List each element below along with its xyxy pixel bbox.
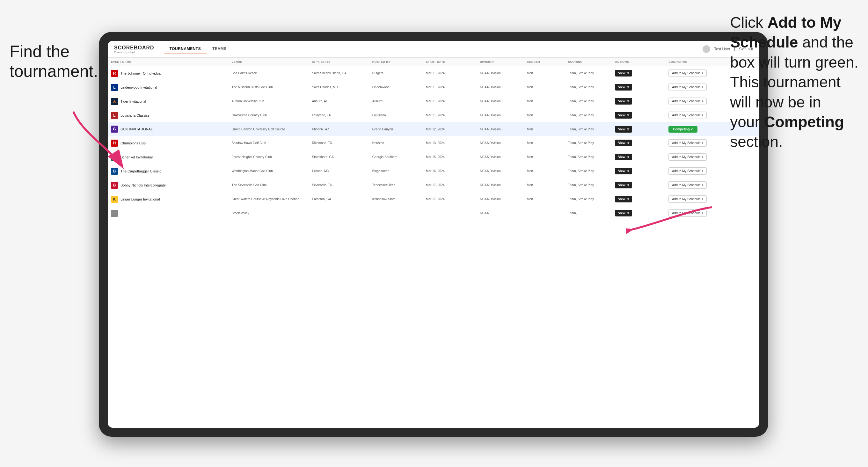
hosted-cell: Lindenwood	[369, 80, 423, 94]
gender-cell: Men	[524, 150, 565, 164]
col-header-venue: VENUE	[228, 58, 309, 66]
team-logo: R	[111, 70, 118, 77]
logo-subtitle: Powered by clippd	[114, 51, 154, 54]
city-cell: Eatonton, GA	[309, 192, 369, 206]
table-header: EVENT NAME VENUE CITY, STATE HOSTED BY S…	[108, 58, 759, 66]
team-logo: A	[111, 98, 118, 105]
venue-cell: Oakbourne Country Club	[228, 108, 309, 122]
add-to-schedule-button[interactable]: Add to My Schedule +	[669, 195, 707, 203]
actions-cell: View ⊙	[612, 122, 665, 136]
annotation-left: Find thetournament.	[9, 41, 98, 81]
col-header-scoring: SCORING	[565, 58, 612, 66]
gender-cell: Men	[524, 122, 565, 136]
table-row: B Bobby Nichols Intercollegiate The Sevi…	[108, 178, 759, 192]
gender-cell: Men	[524, 178, 565, 192]
venue-cell: Sea Palms Resort	[228, 66, 309, 80]
tournaments-table: EVENT NAME VENUE CITY, STATE HOSTED BY S…	[108, 58, 759, 220]
add-to-schedule-button[interactable]: Add to My Schedule +	[669, 167, 707, 175]
venue-cell: Grand Canyon University Golf Course	[228, 122, 309, 136]
annotation-right: Click Add to MySchedule and thebox will …	[730, 13, 859, 152]
city-cell: Richmond, TX	[309, 136, 369, 150]
date-cell: Mar 17, 2024	[423, 192, 477, 206]
scoring-cell: Team, Stroke Play	[565, 150, 612, 164]
hosted-cell: Houston	[369, 136, 423, 150]
date-cell: Mar 11, 2024	[423, 108, 477, 122]
hosted-cell	[369, 206, 423, 220]
team-logo: L	[111, 84, 118, 91]
table-row: A Tiger Invitational Auburn University C…	[108, 94, 759, 108]
view-button[interactable]: View ⊙	[615, 84, 632, 91]
gender-cell: Men	[524, 136, 565, 150]
view-button[interactable]: View ⊙	[615, 98, 632, 104]
add-to-schedule-button[interactable]: Add to My Schedule +	[669, 112, 707, 119]
add-to-schedule-button[interactable]: Add to My Schedule +	[669, 97, 707, 105]
actions-cell: View ⊙	[612, 150, 665, 164]
city-cell: Urbana, MD	[309, 164, 369, 178]
scoring-cell: Team, Stroke Play	[565, 66, 612, 80]
add-to-schedule-button[interactable]: Add to My Schedule +	[669, 84, 707, 91]
scoring-cell: Team, Stroke Play	[565, 108, 612, 122]
view-button[interactable]: View ⊙	[615, 139, 632, 146]
hosted-cell: Georgia Southern	[369, 150, 423, 164]
actions-cell: View ⊙	[612, 94, 665, 108]
user-name: Test User	[714, 47, 730, 51]
gender-cell: Men	[524, 66, 565, 80]
tab-tournaments[interactable]: TOURNAMENTS	[164, 44, 207, 54]
date-cell: Mar 17, 2024	[423, 178, 477, 192]
venue-cell: The Missouri Bluffs Golf Club	[228, 80, 309, 94]
view-button[interactable]: View ⊙	[615, 182, 632, 188]
col-header-actions: ACTIONS	[612, 58, 665, 66]
actions-cell: View ⊙	[612, 108, 665, 122]
scoring-cell: Team, Stroke Play	[565, 192, 612, 206]
hosted-cell: Louisiana	[369, 108, 423, 122]
city-cell: Statesboro, GA	[309, 150, 369, 164]
scoring-cell: Team, Stroke Play	[565, 178, 612, 192]
table-row: H Champions Cup Shadow Hawk Golf Club Ri…	[108, 136, 759, 150]
venue-cell: Great Waters Course At Reynolds Lake Oco…	[228, 192, 309, 206]
add-to-schedule-button[interactable]: Add to My Schedule +	[669, 181, 707, 189]
view-button[interactable]: View ⊙	[615, 196, 632, 203]
division-cell: NCAA Division I	[477, 108, 524, 122]
division-cell: NCAA Division I	[477, 80, 524, 94]
hosted-cell: Tennessee Tech	[369, 178, 423, 192]
view-button[interactable]: View ⊙	[615, 126, 632, 133]
hosted-cell: Kennesaw State	[369, 192, 423, 206]
team-logo: K	[111, 196, 118, 203]
division-cell: NCAA Division I	[477, 164, 524, 178]
event-name-cell: R The Johnnie - O Individual	[108, 66, 228, 80]
col-header-date: START DATE	[423, 58, 477, 66]
city-cell: Auburn, AL	[309, 94, 369, 108]
view-button[interactable]: View ⊙	[615, 70, 632, 76]
add-to-schedule-button[interactable]: Add to My Schedule +	[669, 69, 707, 77]
actions-cell: View ⊙	[612, 136, 665, 150]
scoring-cell: Team,	[565, 206, 612, 220]
add-to-schedule-button[interactable]: Add to My Schedule +	[669, 139, 707, 147]
scoring-cell: Team, Stroke Play	[565, 80, 612, 94]
view-button[interactable]: View ⊙	[615, 112, 632, 119]
view-button[interactable]: View ⊙	[615, 168, 632, 175]
event-name: Tiger Invitational	[121, 99, 146, 103]
division-cell: NCAA Division I	[477, 122, 524, 136]
event-name-cell: B Bobby Nichols Intercollegiate	[108, 178, 228, 192]
add-to-schedule-button[interactable]: Add to My Schedule +	[669, 153, 707, 161]
actions-cell: View ⊙	[612, 80, 665, 94]
division-cell: NCAA Division I	[477, 178, 524, 192]
event-name-cell: K Linger Longer Invitational	[108, 192, 228, 206]
venue-cell: Auburn University Club	[228, 94, 309, 108]
team-logo: B	[111, 182, 118, 189]
competing-cell: Add to My Schedule +	[665, 164, 759, 178]
scoring-cell: Team, Stroke Play	[565, 94, 612, 108]
date-cell: Mar 13, 2024	[423, 136, 477, 150]
table-row: L Louisiana Classics Oakbourne Country C…	[108, 108, 759, 122]
app-header: SCOREBOARD Powered by clippd TOURNAMENTS…	[108, 41, 759, 58]
scoring-cell: Team, Stroke Play	[565, 122, 612, 136]
col-header-division: DIVISION	[477, 58, 524, 66]
table-row: L Lindenwood Invitational The Missouri B…	[108, 80, 759, 94]
city-cell: Sevierville, TN	[309, 178, 369, 192]
event-name: The Johnnie - O Individual	[121, 71, 161, 75]
tab-teams[interactable]: TEAMS	[207, 44, 232, 54]
venue-cell: Shadow Hawk Golf Club	[228, 136, 309, 150]
col-header-hosted: HOSTED BY	[369, 58, 423, 66]
view-button[interactable]: View ⊙	[615, 154, 632, 160]
competing-button[interactable]: Competing ✓	[669, 126, 698, 133]
